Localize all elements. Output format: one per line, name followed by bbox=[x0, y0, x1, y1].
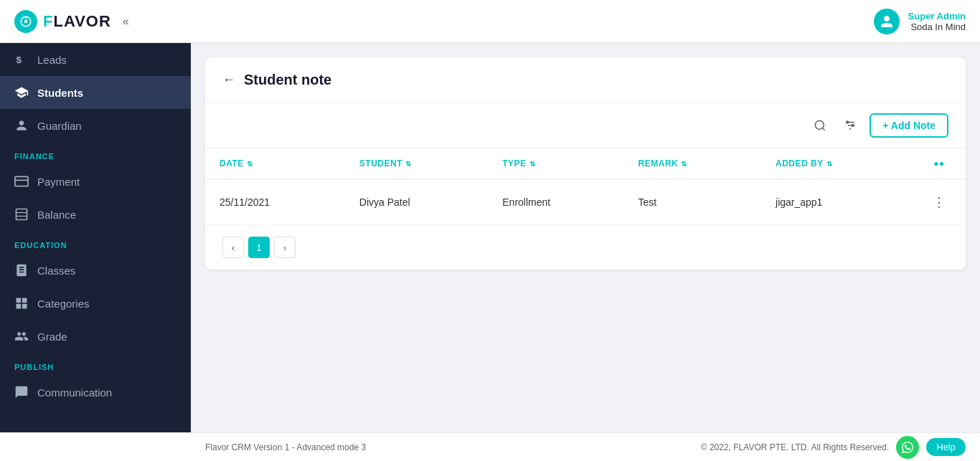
col-actions: ●● bbox=[913, 148, 966, 179]
sidebar-item-label: Payment bbox=[37, 176, 80, 188]
sort-icon-student: ⇅ bbox=[405, 160, 412, 168]
sidebar-item-label: Communication bbox=[37, 386, 112, 399]
sidebar-collapse-button[interactable]: « bbox=[120, 12, 132, 31]
sidebar-item-categories[interactable]: Categories bbox=[0, 287, 191, 320]
card-toolbar: + Add Note bbox=[205, 103, 966, 148]
app-footer: Flavor CRM Version 1 - Advanced mode 3 ©… bbox=[0, 432, 980, 461]
cell-student: Divya Patel bbox=[345, 179, 488, 225]
header-left: FLAVOR « bbox=[14, 10, 132, 33]
sidebar-item-balance[interactable]: Balance bbox=[0, 198, 191, 231]
sort-icon-date: ⇅ bbox=[247, 160, 253, 168]
svg-rect-9 bbox=[17, 298, 22, 303]
payment-icon bbox=[14, 174, 29, 189]
svg-rect-12 bbox=[22, 304, 27, 309]
cell-remark: Test bbox=[624, 179, 761, 225]
user-info: Super Admin Soda In Mind bbox=[908, 11, 966, 32]
communication-icon bbox=[14, 385, 29, 399]
sidebar-item-label: Guardian bbox=[37, 120, 82, 132]
sort-icon-type: ⇅ bbox=[529, 160, 536, 168]
col-date: DATE ⇅ bbox=[205, 148, 345, 179]
svg-line-14 bbox=[823, 128, 825, 130]
cell-actions: ⋮ bbox=[913, 179, 966, 225]
categories-icon bbox=[14, 296, 29, 310]
col-type: TYPE ⇅ bbox=[488, 148, 623, 179]
sidebar-item-grade[interactable]: Grade bbox=[0, 320, 191, 353]
balance-icon bbox=[14, 207, 29, 222]
svg-point-1 bbox=[24, 19, 28, 23]
filter-button[interactable] bbox=[839, 115, 861, 136]
sort-icon-remark: ⇅ bbox=[681, 160, 687, 168]
cell-type: Enrollment bbox=[488, 179, 623, 225]
pagination: ‹ 1 › bbox=[205, 225, 966, 270]
version-text: Flavor CRM Version 1 - Advanced mode 3 bbox=[205, 442, 366, 452]
sidebar-item-label: Classes bbox=[37, 265, 75, 277]
section-publish: PUBLISH bbox=[0, 353, 191, 376]
header-right: Super Admin Soda In Mind bbox=[874, 9, 966, 34]
body: $ Leads Students Guardian FINANCE Paymen… bbox=[0, 43, 980, 432]
guardian-icon bbox=[14, 118, 29, 133]
user-role: Super Admin bbox=[908, 11, 966, 22]
page-title: Student note bbox=[244, 72, 331, 88]
sidebar-item-communication[interactable]: Communication bbox=[0, 376, 191, 409]
svg-rect-10 bbox=[22, 298, 27, 303]
app-header: FLAVOR « Super Admin Soda In Mind bbox=[0, 0, 980, 43]
whatsapp-button[interactable] bbox=[896, 436, 919, 459]
sidebar-item-students[interactable]: Students bbox=[0, 76, 191, 109]
classes-icon bbox=[14, 263, 29, 277]
svg-point-18 bbox=[847, 121, 849, 123]
svg-point-19 bbox=[852, 125, 854, 127]
sidebar-item-payment[interactable]: Payment bbox=[0, 165, 191, 198]
avatar bbox=[874, 9, 900, 34]
sidebar-item-label: Balance bbox=[37, 209, 76, 221]
logo-text: FLAVOR bbox=[43, 12, 111, 31]
pagination-prev[interactable]: ‹ bbox=[222, 237, 244, 258]
search-button[interactable] bbox=[809, 115, 831, 136]
student-icon bbox=[14, 85, 29, 100]
svg-rect-11 bbox=[17, 304, 22, 309]
sidebar-item-label: Categories bbox=[37, 298, 90, 310]
cell-added-by: jigar_app1 bbox=[761, 179, 913, 225]
col-added-by: ADDED BY ⇅ bbox=[761, 148, 913, 179]
notes-table: DATE ⇅ STUDENT ⇅ bbox=[205, 148, 966, 225]
student-note-card: ← Student note + Add Note bbox=[205, 57, 966, 270]
help-button[interactable]: Help bbox=[926, 438, 966, 456]
logo: FLAVOR bbox=[14, 10, 111, 33]
cell-date: 25/11/2021 bbox=[205, 179, 345, 225]
sort-icon-added-by: ⇅ bbox=[826, 160, 833, 168]
section-finance: FINANCE bbox=[0, 142, 191, 165]
svg-text:$: $ bbox=[17, 54, 22, 65]
grade-icon bbox=[14, 329, 29, 343]
main-content: ← Student note + Add Note bbox=[191, 43, 980, 432]
row-more-button[interactable]: ⋮ bbox=[927, 191, 951, 213]
sidebar-item-label: Grade bbox=[37, 331, 67, 343]
svg-rect-4 bbox=[15, 176, 28, 186]
svg-rect-6 bbox=[17, 209, 27, 220]
sidebar-item-guardian[interactable]: Guardian bbox=[0, 109, 191, 142]
section-education: EDUCATION bbox=[0, 231, 191, 254]
col-student: STUDENT ⇅ bbox=[345, 148, 488, 179]
sidebar-item-label: Leads bbox=[37, 54, 67, 66]
sidebar: $ Leads Students Guardian FINANCE Paymen… bbox=[0, 43, 191, 432]
add-note-button[interactable]: + Add Note bbox=[870, 113, 948, 138]
pagination-page-1[interactable]: 1 bbox=[248, 237, 270, 258]
svg-point-13 bbox=[815, 120, 824, 129]
user-company: Soda In Mind bbox=[908, 22, 966, 32]
card-header: ← Student note bbox=[205, 57, 966, 103]
sidebar-item-label: Students bbox=[37, 87, 83, 99]
sidebar-item-classes[interactable]: Classes bbox=[0, 254, 191, 287]
table-row: 25/11/2021 Divya Patel Enrollment Test j… bbox=[205, 179, 966, 225]
copyright-text: © 2022, FLAVOR PTE. LTD. All Rights Rese… bbox=[701, 442, 890, 452]
pagination-next[interactable]: › bbox=[274, 237, 296, 258]
back-button[interactable]: ← bbox=[222, 72, 235, 87]
dollar-icon: $ bbox=[14, 52, 29, 67]
logo-icon bbox=[14, 10, 37, 33]
footer-right: © 2022, FLAVOR PTE. LTD. All Rights Rese… bbox=[701, 436, 966, 459]
sidebar-item-leads[interactable]: $ Leads bbox=[0, 43, 191, 76]
col-remark: REMARK ⇅ bbox=[624, 148, 761, 179]
